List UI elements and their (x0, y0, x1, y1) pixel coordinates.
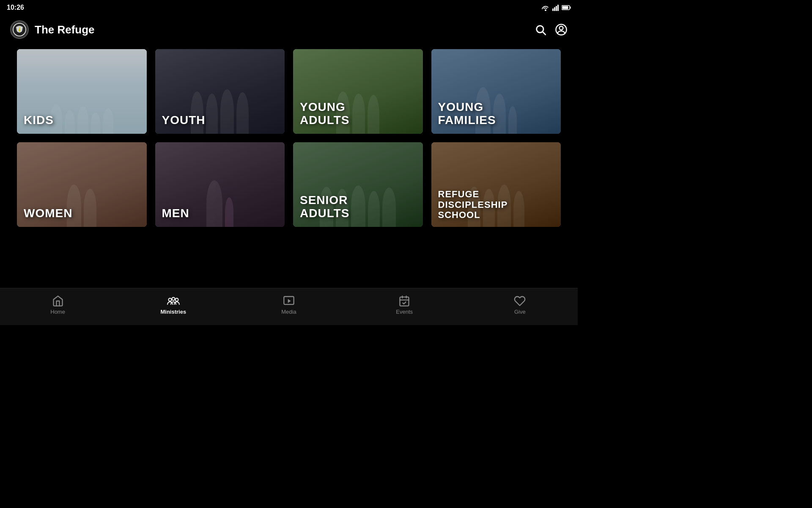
card-men[interactable]: MEN (155, 142, 285, 227)
give-icon (514, 295, 526, 307)
card-youth-label: YOUTH (162, 114, 206, 127)
card-women-label: WOMEN (24, 207, 72, 220)
status-bar: 10:26 (0, 0, 578, 15)
card-young-families[interactable]: YOUNG FAMILIES (431, 49, 561, 134)
home-icon (52, 295, 64, 307)
svg-marker-16 (288, 299, 291, 303)
nav-ministries-label: Ministries (160, 309, 186, 315)
nav-events-label: Events (396, 309, 413, 315)
profile-icon (555, 23, 568, 36)
search-button[interactable] (535, 24, 546, 36)
card-kids[interactable]: KIDS (17, 49, 147, 134)
nav-give-label: Give (514, 309, 526, 315)
card-kids-label: KIDS (24, 114, 54, 127)
svg-rect-3 (557, 5, 559, 11)
main-content: KIDS YOUTH (0, 44, 578, 288)
battery-icon (562, 5, 571, 10)
svg-point-11 (560, 26, 563, 30)
card-young-families-label: YOUNG FAMILIES (438, 101, 496, 127)
bottom-nav: Home Ministries Media Events (0, 288, 578, 325)
ministries-icon (167, 295, 180, 307)
svg-rect-6 (562, 6, 568, 9)
svg-point-13 (175, 298, 178, 301)
card-refuge-discipleship[interactable]: REFUGE DISCIPLESHIP SCHOOL (431, 142, 561, 227)
card-youth[interactable]: YOUTH (155, 49, 285, 134)
ministry-grid: KIDS YOUTH (17, 49, 561, 227)
nav-events[interactable]: Events (387, 295, 421, 315)
media-icon (283, 295, 295, 307)
svg-point-12 (168, 298, 171, 301)
nav-ministries[interactable]: Ministries (156, 295, 190, 315)
header-right (535, 23, 568, 36)
card-senior-adults-label: SENIOR ADULTS (300, 194, 349, 220)
svg-rect-0 (552, 8, 554, 11)
nav-home[interactable]: Home (41, 295, 75, 315)
card-young-adults[interactable]: YOUNG ADULTS (293, 49, 423, 134)
wifi-icon (541, 4, 550, 11)
card-young-adults-label: YOUNG ADULTS (300, 101, 349, 127)
nav-media-label: Media (281, 309, 296, 315)
header: The Refuge (0, 15, 578, 44)
events-icon (398, 295, 410, 307)
svg-line-9 (543, 32, 545, 34)
nav-media[interactable]: Media (272, 295, 306, 315)
card-men-label: MEN (162, 207, 189, 220)
svg-rect-2 (556, 6, 557, 11)
app-logo (10, 20, 29, 39)
search-icon (535, 24, 546, 36)
card-refuge-discipleship-label: REFUGE DISCIPLESHIP SCHOOL (438, 189, 508, 220)
status-time: 10:26 (7, 4, 24, 11)
nav-give[interactable]: Give (503, 295, 537, 315)
header-left: The Refuge (10, 20, 95, 39)
svg-rect-17 (400, 297, 409, 306)
card-senior-adults[interactable]: SENIOR ADULTS (293, 142, 423, 227)
nav-home-label: Home (50, 309, 65, 315)
card-women[interactable]: WOMEN (17, 142, 147, 227)
app-title: The Refuge (35, 23, 95, 36)
signal-icon (552, 4, 559, 11)
profile-button[interactable] (555, 23, 568, 36)
svg-rect-1 (554, 7, 555, 11)
svg-rect-5 (570, 7, 571, 9)
svg-point-14 (172, 298, 175, 301)
status-icons (541, 4, 571, 11)
